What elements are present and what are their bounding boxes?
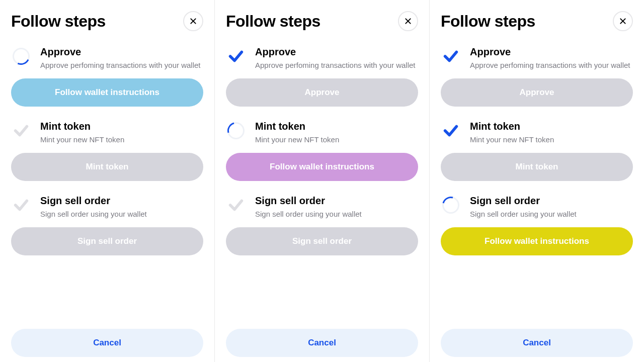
step-mint: Mint token Mint your new NFT token: [11, 121, 203, 145]
check-icon: [441, 121, 461, 141]
steps-modal-stage-1: Follow steps Approve Approve perfoming t…: [0, 0, 215, 362]
close-button[interactable]: [613, 11, 633, 31]
approve-action-button: Approve: [441, 78, 633, 107]
step-title: Sign sell order: [255, 195, 418, 207]
close-button[interactable]: [183, 11, 203, 31]
step-approve: Approve Approve perfoming transactions w…: [11, 46, 203, 70]
check-icon: [226, 195, 246, 215]
step-mint: Mint token Mint your new NFT token: [441, 121, 633, 145]
spinner-icon: [13, 48, 30, 65]
step-title: Approve: [470, 46, 633, 58]
mint-action-button: Mint token: [11, 153, 203, 181]
modal-title: Follow steps: [226, 12, 320, 31]
step-desc: Approve perfoming transactions with your…: [40, 60, 203, 70]
step-approve: Approve Approve perfoming transactions w…: [226, 46, 418, 70]
step-desc: Mint your new NFT token: [40, 134, 203, 145]
step-title: Mint token: [40, 121, 203, 132]
step-desc: Approve perfoming transactions with your…: [470, 60, 633, 70]
mint-action-button: Mint token: [441, 153, 633, 181]
check-icon: [226, 46, 246, 66]
step-sign: Sign sell order Sign sell order using yo…: [226, 195, 418, 219]
step-title: Sign sell order: [470, 195, 633, 207]
sign-action-button[interactable]: Follow wallet instructions: [441, 227, 633, 255]
sign-action-button: Sign sell order: [226, 227, 418, 255]
close-icon: [189, 17, 197, 25]
approve-action-button[interactable]: Follow wallet instructions: [11, 78, 203, 107]
step-desc: Mint your new NFT token: [255, 134, 418, 145]
mint-action-button[interactable]: Follow wallet instructions: [226, 153, 418, 181]
step-sign: Sign sell order Sign sell order using yo…: [441, 195, 633, 219]
close-button[interactable]: [398, 11, 418, 31]
step-title: Approve: [40, 46, 203, 58]
steps-modal-stage-3: Follow steps Approve Approve perfoming t…: [430, 0, 644, 362]
step-desc: Approve perfoming transactions with your…: [255, 60, 418, 70]
check-icon: [11, 121, 31, 141]
step-title: Approve: [255, 46, 418, 58]
step-mint: Mint token Mint your new NFT token: [226, 121, 418, 145]
modal-title: Follow steps: [441, 12, 535, 31]
step-title: Sign sell order: [40, 195, 203, 207]
close-icon: [619, 17, 627, 25]
step-desc: Mint your new NFT token: [470, 134, 633, 145]
step-desc: Sign sell order using your wallet: [255, 209, 418, 219]
step-desc: Sign sell order using your wallet: [40, 209, 203, 219]
check-icon: [441, 46, 461, 66]
step-approve: Approve Approve perfoming transactions w…: [441, 46, 633, 70]
check-icon: [11, 195, 31, 215]
close-icon: [404, 17, 412, 25]
step-sign: Sign sell order Sign sell order using yo…: [11, 195, 203, 219]
step-title: Mint token: [255, 121, 418, 132]
spinner-icon: [227, 122, 245, 139]
steps-modal-stage-2: Follow steps Approve Approve perfoming t…: [215, 0, 430, 362]
step-desc: Sign sell order using your wallet: [470, 209, 633, 219]
step-title: Mint token: [470, 121, 633, 132]
cancel-button[interactable]: Cancel: [226, 329, 418, 357]
modal-title: Follow steps: [11, 12, 106, 31]
approve-action-button: Approve: [226, 78, 418, 107]
sign-action-button: Sign sell order: [11, 227, 203, 255]
spinner-icon: [442, 197, 459, 214]
cancel-button[interactable]: Cancel: [11, 329, 203, 357]
cancel-button[interactable]: Cancel: [441, 329, 633, 357]
